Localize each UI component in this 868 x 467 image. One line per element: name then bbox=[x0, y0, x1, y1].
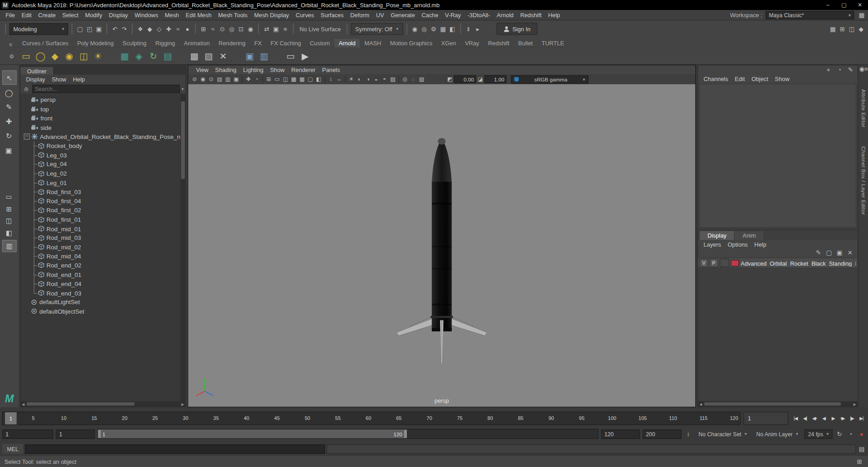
gate-mask-icon[interactable]: ▩ bbox=[289, 76, 297, 83]
texture-view-icon[interactable]: ▦ bbox=[439, 24, 447, 33]
viewport-menu-panels[interactable]: Panels bbox=[319, 67, 343, 73]
outliner-item-rod-end-04[interactable]: Rod_end_04 bbox=[20, 279, 180, 288]
select-camera-icon[interactable]: ◉ bbox=[199, 76, 207, 83]
arnold-standin-icon[interactable]: ▦ bbox=[118, 49, 132, 63]
layout-outliner-persp[interactable]: ▥ bbox=[2, 240, 17, 252]
ipr-render-icon[interactable]: ◎ bbox=[420, 24, 428, 33]
color-management-dropdown[interactable]: sRGB gamma ▾ bbox=[511, 75, 588, 83]
arnold-physical-sky-icon[interactable]: ☀ bbox=[91, 49, 105, 63]
arnold-mesh-light-icon[interactable]: ◆ bbox=[47, 49, 62, 63]
menu-redshift[interactable]: Redshift bbox=[517, 12, 545, 19]
layer-tab-anim[interactable]: Anim bbox=[735, 231, 764, 240]
layer-menu-layers[interactable]: Layers bbox=[700, 241, 724, 248]
menu-arnold[interactable]: Arnold bbox=[493, 12, 517, 19]
outliner-item-rod-mid-04[interactable]: Rod_mid_04 bbox=[20, 252, 180, 261]
channel-display-icon[interactable]: ⌖ bbox=[824, 66, 832, 74]
side-tab-attribute-editor[interactable]: Attribute Editor bbox=[860, 87, 866, 130]
go-to-start-button[interactable]: |◀ bbox=[791, 413, 800, 424]
shelf-tab-curves-surfaces[interactable]: Curves / Surfaces bbox=[18, 39, 73, 48]
snap-to-point-icon[interactable]: ⊙ bbox=[218, 24, 226, 33]
step-forward-key-button[interactable]: •▶ bbox=[838, 413, 847, 424]
grid-icon[interactable]: ⊞ bbox=[855, 457, 863, 466]
layer-playback-toggle[interactable]: P bbox=[710, 259, 718, 267]
menu-select[interactable]: Select bbox=[59, 12, 81, 19]
outliner-item-rod-end-03[interactable]: Rod_end_03 bbox=[20, 288, 180, 297]
select-handles-icon[interactable]: ✚ bbox=[165, 24, 173, 33]
evaluation-icon[interactable]: ▸ bbox=[474, 24, 482, 33]
layout-two-pane[interactable]: ◫ bbox=[2, 215, 15, 226]
snap-to-projected-center-icon[interactable]: ◎ bbox=[227, 24, 236, 33]
menu-surfaces[interactable]: Surfaces bbox=[317, 12, 347, 19]
outliner-item-side[interactable]: side bbox=[20, 123, 180, 132]
loop-toggle-icon[interactable]: ↻ bbox=[835, 430, 844, 438]
playback-end-field[interactable]: 120 bbox=[601, 429, 640, 438]
pan-zoom-2d-icon[interactable]: ✚ bbox=[244, 76, 252, 83]
outliner-search-input[interactable] bbox=[32, 85, 180, 93]
lock-camera-icon[interactable]: ⊙ bbox=[207, 76, 215, 83]
timeline-ruler[interactable]: 1 51015202530354045505560657075808590951… bbox=[2, 412, 741, 425]
view-axis-gizmo[interactable] bbox=[194, 375, 216, 398]
select-curves-icon[interactable]: ≈ bbox=[174, 24, 182, 33]
shelf-tab-vray[interactable]: VRay bbox=[461, 39, 484, 48]
menu-curves[interactable]: Curves bbox=[292, 12, 317, 19]
menu-set-selector[interactable]: Modeling ▾ bbox=[9, 23, 68, 35]
field-chart-icon[interactable]: ▦ bbox=[298, 76, 306, 83]
open-scene-icon[interactable]: ◰ bbox=[85, 24, 94, 33]
delete-layer-icon[interactable]: ✕ bbox=[846, 248, 854, 257]
outliner-item-leg-03[interactable]: Leg_03 bbox=[20, 151, 180, 160]
channelbox-menu-channels[interactable]: Channels bbox=[700, 76, 731, 82]
group-grip[interactable] bbox=[195, 24, 196, 34]
cache-icon[interactable]: ≡ bbox=[281, 24, 289, 33]
symmetry-selector[interactable]: Symmetry: Off ▾ bbox=[351, 23, 403, 35]
edit-layer-icon[interactable]: ✎ bbox=[814, 248, 822, 257]
menu-mesh-tools[interactable]: Mesh Tools bbox=[215, 12, 250, 19]
layer-visibility-toggle[interactable]: V bbox=[700, 259, 708, 267]
select-surfaces-icon[interactable]: ● bbox=[183, 24, 191, 33]
shelf-tab-fx[interactable]: FX bbox=[250, 39, 266, 48]
new-layer-from-selected-icon[interactable]: ▣ bbox=[835, 248, 844, 257]
minimize-button[interactable]: – bbox=[820, 0, 836, 10]
shadows-icon[interactable]: ◑ bbox=[363, 76, 372, 83]
input-connections-icon[interactable]: ⇄ bbox=[262, 24, 270, 33]
gamma-icon[interactable]: ◪ bbox=[476, 76, 484, 83]
arnold-skydome-light-icon[interactable]: ◯ bbox=[33, 49, 47, 63]
menu-edit-mesh[interactable]: Edit Mesh bbox=[182, 12, 215, 19]
range-slider-bar[interactable]: 1 120 bbox=[98, 429, 407, 438]
workspace-dropdown[interactable]: Maya Classic* ▾ bbox=[765, 11, 854, 19]
motion-blur-icon[interactable]: ◓ bbox=[380, 76, 388, 83]
outliner-item-defaultlightset[interactable]: defaultLightSet bbox=[20, 298, 180, 307]
outliner-item-rod-first-04[interactable]: Rod_first_04 bbox=[20, 196, 180, 205]
sign-in-button[interactable]: Sign In bbox=[496, 23, 538, 35]
menu-uv[interactable]: UV bbox=[373, 12, 387, 19]
shelf-tab-redshift[interactable]: Redshift bbox=[484, 39, 514, 48]
paint-select-tool[interactable]: ✎ bbox=[2, 100, 15, 114]
viewport-canvas[interactable]: persp bbox=[188, 84, 695, 407]
outliner-item-rod-mid-03[interactable]: Rod_mid_03 bbox=[20, 233, 180, 242]
layer-tab-display[interactable]: Display bbox=[700, 231, 734, 240]
group-grip[interactable] bbox=[5, 24, 6, 34]
group-grip[interactable] bbox=[293, 24, 294, 34]
channelbox-menu-show[interactable]: Show bbox=[772, 76, 793, 82]
shelf-tab-animation[interactable]: Animation bbox=[179, 39, 214, 48]
oversampling-icon[interactable]: ◔ bbox=[252, 76, 260, 83]
shelf-tab-motion-graphics[interactable]: Motion Graphics bbox=[386, 39, 437, 48]
arnold-render-icon[interactable]: ▭ bbox=[283, 49, 298, 63]
lighting-all-icon[interactable]: ☀ bbox=[347, 76, 355, 83]
layer-menu-options[interactable]: Options bbox=[724, 241, 751, 248]
anti-aliasing-icon[interactable]: ▨ bbox=[389, 76, 397, 83]
menu-help[interactable]: Help bbox=[545, 12, 563, 19]
outliner-item-rod-end-02[interactable]: Rod_end_02 bbox=[20, 261, 180, 270]
grid-icon[interactable]: ⊞ bbox=[264, 76, 273, 83]
pause-viewport-icon[interactable]: ‖ bbox=[464, 24, 472, 33]
undo-icon[interactable]: ↶ bbox=[111, 24, 119, 33]
viewport-menu-renderer[interactable]: Renderer bbox=[288, 67, 319, 73]
redo-icon[interactable]: ↷ bbox=[120, 24, 128, 33]
select-hierarchy-icon[interactable]: ❖ bbox=[136, 24, 144, 33]
select-tool[interactable]: ↖ bbox=[2, 71, 17, 85]
outliner-item-rod-end-01[interactable]: Rod_end_01 bbox=[20, 270, 180, 279]
range-height-icon[interactable]: ↕ bbox=[684, 430, 692, 438]
arnold-area-light-icon[interactable]: ▭ bbox=[19, 49, 33, 63]
arnold-photometric-light-icon[interactable]: ◉ bbox=[62, 49, 76, 63]
scroll-left-icon[interactable]: ◀ bbox=[20, 402, 26, 406]
menu-file[interactable]: File bbox=[2, 12, 18, 19]
